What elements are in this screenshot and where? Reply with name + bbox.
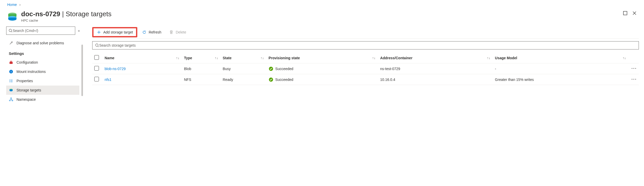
- breadcrumb: Home ›: [0, 0, 644, 8]
- sidebar-item-diagnose[interactable]: Diagnose and solve problems: [6, 38, 79, 48]
- cell-provisioning: Succeeded: [269, 66, 376, 71]
- success-icon: [269, 66, 273, 71]
- cell-type: NFS: [182, 74, 221, 85]
- toolbox-icon: [9, 60, 13, 64]
- sidebar-item-configuration[interactable]: Configuration: [6, 58, 79, 67]
- sidebar-item-label: Configuration: [16, 60, 38, 64]
- filter-input[interactable]: [99, 43, 636, 47]
- refresh-button[interactable]: Refresh: [139, 28, 164, 36]
- col-provisioning[interactable]: Provisioning state↑↓: [267, 53, 378, 63]
- success-icon: [269, 77, 273, 82]
- resource-type: HPC cache: [21, 19, 623, 22]
- sidebar-search[interactable]: [6, 27, 75, 35]
- resource-icon: [7, 11, 18, 21]
- chevron-right-icon: ›: [19, 3, 21, 7]
- properties-icon: [9, 79, 13, 83]
- svg-point-12: [11, 98, 12, 99]
- sidebar-section-settings: Settings: [6, 48, 83, 58]
- cell-address: ns-test-0729: [378, 63, 493, 74]
- col-address[interactable]: Address/Container↑↓: [378, 53, 493, 63]
- svg-rect-2: [623, 11, 627, 15]
- sidebar-item-label: Diagnose and solve problems: [16, 41, 64, 45]
- svg-point-13: [9, 100, 10, 101]
- page-title: doc-ns-0729 | Storage targets: [21, 10, 623, 18]
- target-link[interactable]: blob-ns-0729: [105, 67, 126, 71]
- main-content: Add storage target Refresh Delete Name↑↓: [83, 27, 644, 104]
- filter-search[interactable]: [92, 41, 639, 49]
- svg-point-8: [12, 80, 12, 80]
- storage-targets-table: Name↑↓ Type↑↓ State↑↓ Provisioning state…: [92, 53, 639, 85]
- sort-icon: ↑↓: [261, 56, 264, 60]
- cell-provisioning: Succeeded: [269, 77, 376, 82]
- maximize-icon[interactable]: [623, 11, 628, 15]
- col-name[interactable]: Name↑↓: [103, 53, 182, 63]
- sidebar-search-input[interactable]: [13, 29, 73, 33]
- svg-point-15: [96, 44, 98, 46]
- sidebar: « Diagnose and solve problems Settings C…: [6, 27, 83, 104]
- col-type[interactable]: Type↑↓: [182, 53, 221, 63]
- cell-type: Blob: [182, 63, 221, 74]
- blade-header: doc-ns-0729 | Storage targets HPC cache: [0, 8, 644, 27]
- breadcrumb-home[interactable]: Home: [7, 3, 17, 7]
- svg-point-3: [9, 29, 12, 32]
- trash-icon: [169, 30, 174, 35]
- info-icon: i: [9, 70, 13, 74]
- search-icon: [9, 29, 13, 33]
- plus-icon: [97, 30, 101, 35]
- svg-rect-4: [10, 62, 13, 64]
- toolbar: Add storage target Refresh Delete: [92, 27, 639, 38]
- cell-address: 10.16.0.4: [378, 74, 493, 85]
- cell-state: Ready: [221, 74, 267, 85]
- table-row[interactable]: blob-ns-0729 Blob Busy Succeeded ns-test…: [92, 63, 639, 74]
- add-storage-target-button[interactable]: Add storage target: [94, 28, 136, 36]
- sidebar-item-namespace[interactable]: Namespace: [6, 95, 79, 104]
- sidebar-item-label: Namespace: [16, 97, 36, 102]
- sort-icon: ↑↓: [372, 56, 376, 60]
- svg-point-9: [12, 81, 12, 81]
- col-usage[interactable]: Usage Model↑↓: [493, 53, 629, 63]
- col-state[interactable]: State↑↓: [221, 53, 267, 63]
- sort-icon: ↑↓: [623, 56, 626, 60]
- sidebar-item-mount[interactable]: i Mount instructions: [6, 67, 79, 76]
- svg-point-10: [12, 82, 12, 82]
- svg-rect-5: [10, 61, 12, 62]
- sidebar-item-label: Storage targets: [16, 88, 41, 92]
- search-icon: [95, 43, 99, 47]
- cell-usage: Greater than 15% writes: [493, 74, 629, 85]
- target-link[interactable]: nfs1: [105, 78, 111, 82]
- add-button-highlight: Add storage target: [92, 27, 137, 37]
- sort-icon: ↑↓: [215, 56, 218, 60]
- namespace-icon: [9, 97, 13, 102]
- row-menu-button[interactable]: ···: [629, 74, 639, 85]
- collapse-sidebar-icon[interactable]: «: [78, 29, 80, 33]
- sidebar-item-storage-targets[interactable]: Storage targets: [6, 86, 79, 95]
- sidebar-item-label: Properties: [16, 79, 33, 83]
- table-row[interactable]: nfs1 NFS Ready Succeeded 10.16.0.4 Great…: [92, 74, 639, 85]
- cell-state: Busy: [221, 63, 267, 74]
- row-checkbox[interactable]: [94, 77, 99, 81]
- cell-usage: -: [493, 63, 629, 74]
- svg-point-14: [12, 100, 13, 101]
- sort-icon: ↑↓: [176, 56, 179, 60]
- row-menu-button[interactable]: ···: [629, 63, 639, 74]
- sidebar-item-properties[interactable]: Properties: [6, 76, 79, 86]
- refresh-icon: [142, 30, 147, 35]
- sidebar-item-label: Mount instructions: [16, 70, 46, 74]
- close-icon[interactable]: [632, 11, 637, 15]
- svg-text:i: i: [11, 70, 11, 73]
- disk-icon: [9, 88, 13, 92]
- wrench-icon: [9, 41, 13, 45]
- delete-button: Delete: [166, 28, 189, 36]
- sort-icon: ↑↓: [487, 56, 490, 60]
- sidebar-scrollbar[interactable]: [81, 45, 83, 96]
- row-checkbox[interactable]: [94, 66, 99, 71]
- select-all-checkbox[interactable]: [94, 55, 99, 60]
